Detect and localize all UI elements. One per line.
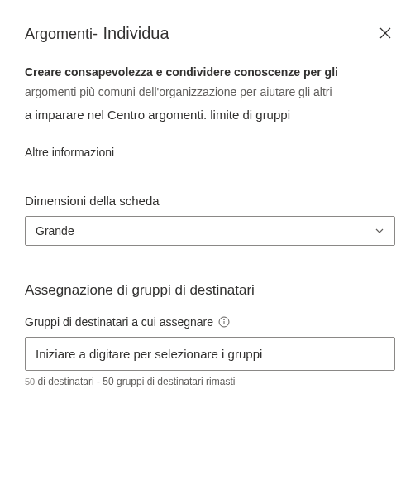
close-icon [379, 26, 392, 40]
svg-point-4 [224, 319, 225, 320]
description-line3: a imparare nel Centro argomenti. limite … [25, 104, 395, 126]
audience-field-label: Gruppi di destinatari a cui assegnare [25, 315, 395, 329]
description-line1: Creare consapevolezza e condividere cono… [25, 63, 395, 83]
panel-description: Creare consapevolezza e condividere cono… [25, 63, 395, 125]
audience-helper-count: 50 [25, 377, 35, 386]
info-icon[interactable] [218, 316, 230, 328]
description-line2: argomenti più comuni dell'organizzazione… [25, 83, 395, 103]
title-main: Individua [103, 24, 169, 42]
audience-heading: Assegnazione di gruppi di destinatari [25, 282, 395, 299]
title-prefix: Argomenti- [25, 26, 98, 42]
audience-field-label-text: Gruppi di destinatari a cui assegnare [25, 315, 213, 329]
card-size-select[interactable]: Grande [25, 216, 395, 246]
chevron-down-icon [375, 226, 384, 236]
close-button[interactable] [375, 23, 395, 43]
card-size-value: Grande [36, 224, 74, 238]
panel-title: Argomenti- Individua [25, 24, 169, 43]
more-info-link[interactable]: Altre informazioni [25, 146, 114, 159]
card-size-label: Dimensioni della scheda [25, 194, 395, 208]
audience-helper-text: 50 di destinatari - 50 gruppi di destina… [25, 376, 395, 387]
audience-helper-label: di destinatari - 50 gruppi di destinatar… [38, 376, 236, 387]
audience-groups-input[interactable] [25, 337, 395, 371]
